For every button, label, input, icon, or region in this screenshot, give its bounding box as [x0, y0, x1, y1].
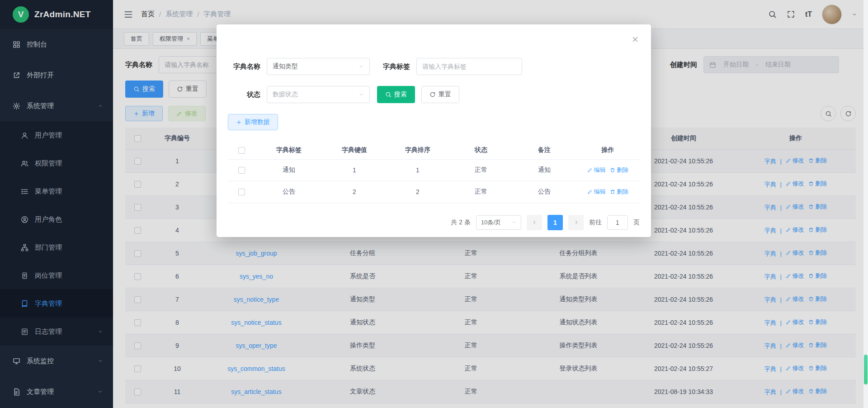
cell-dict-sort: 2	[386, 181, 449, 203]
row-checkbox[interactable]	[238, 167, 245, 174]
search-icon	[385, 91, 392, 98]
status-label: 状态	[228, 90, 267, 99]
chevron-down-icon	[359, 64, 364, 69]
add-data-button[interactable]: 新增数据	[228, 114, 278, 130]
dict-label-label: 字典标签	[370, 62, 416, 71]
trash-icon	[610, 167, 615, 173]
prev-page-button[interactable]	[527, 215, 542, 230]
chevron-down-icon	[359, 92, 364, 97]
col-remark: 备注	[513, 141, 576, 159]
cell-status: 正常	[449, 181, 513, 203]
edit-icon	[587, 167, 593, 173]
row-delete-link[interactable]: 删除	[610, 188, 628, 196]
row-checkbox[interactable]	[238, 189, 245, 195]
col-status: 状态	[449, 141, 513, 159]
col-dict-value: 字典键值	[323, 141, 386, 159]
dialog-search-label: 搜索	[394, 90, 407, 99]
pagination: 共 2 条 10条/页 1 前往 页	[228, 215, 640, 230]
scrollbar-track[interactable]	[863, 0, 868, 408]
dialog-filter-row-2: 状态 数据状态 搜索 重置	[228, 86, 640, 103]
dict-name-select[interactable]: 通知类型	[267, 58, 370, 75]
goto-page-input[interactable]	[607, 215, 628, 230]
scrollbar-thumb[interactable]	[864, 355, 868, 384]
status-select[interactable]: 数据状态	[267, 86, 370, 103]
plus-icon	[236, 119, 242, 125]
dialog-reset-label: 重置	[439, 90, 451, 99]
cell-dict-label: 通知	[255, 159, 323, 181]
pagination-total: 共 2 条	[451, 218, 471, 227]
dialog-filter-row-1: 字典名称 通知类型 字典标签	[228, 58, 640, 75]
delete-link-label: 删除	[617, 166, 628, 174]
close-icon[interactable]	[631, 35, 639, 43]
dialog-table-header-row: 字典标签 字典键值 字典排序 状态 备注 操作	[228, 141, 640, 159]
dialog-table-row: 公告 2 2 正常 公告 编辑 删除	[228, 181, 640, 203]
cell-operations: 编辑 删除	[576, 181, 640, 203]
trash-icon	[610, 189, 615, 195]
edit-icon	[587, 189, 593, 195]
add-data-label: 新增数据	[245, 118, 270, 126]
row-edit-link[interactable]: 编辑	[587, 166, 606, 174]
dialog-reset-button[interactable]: 重置	[421, 86, 459, 103]
dict-data-table: 字典标签 字典键值 字典排序 状态 备注 操作 通知 1 1 正常	[228, 141, 640, 203]
dialog-search-button[interactable]: 搜索	[377, 86, 415, 103]
page-size-select[interactable]: 10条/页	[476, 215, 521, 230]
col-dict-label: 字典标签	[255, 141, 323, 159]
dict-data-dialog: 字典名称 通知类型 字典标签 状态 数据状态 搜索 重置	[217, 24, 651, 237]
edit-link-label: 编辑	[594, 188, 606, 196]
col-operations: 操作	[576, 141, 640, 159]
chevron-left-icon	[532, 219, 538, 225]
goto-label: 前往	[589, 218, 602, 227]
row-delete-link[interactable]: 删除	[610, 166, 628, 174]
cell-dict-value: 2	[323, 181, 386, 203]
cell-remark: 通知	[513, 159, 576, 181]
dict-name-label: 字典名称	[228, 62, 267, 71]
dialog-body: 字典名称 通知类型 字典标签 状态 数据状态 搜索 重置	[217, 24, 651, 230]
row-edit-link[interactable]: 编辑	[587, 188, 606, 196]
refresh-icon	[429, 91, 436, 98]
chevron-down-icon	[511, 220, 516, 225]
cell-operations: 编辑 删除	[576, 159, 640, 181]
cell-remark: 公告	[513, 181, 576, 203]
dialog-table-row: 通知 1 1 正常 通知 编辑 删除	[228, 159, 640, 181]
col-dict-sort: 字典排序	[386, 141, 449, 159]
dialog-toolbar: 新增数据	[228, 114, 640, 130]
next-page-button[interactable]	[568, 215, 584, 230]
cell-dict-sort: 1	[386, 159, 449, 181]
cell-dict-label: 公告	[255, 181, 323, 203]
page-size-value: 10条/页	[481, 218, 501, 227]
select-value: 通知类型	[273, 62, 298, 71]
page-number-button[interactable]: 1	[547, 215, 563, 230]
dict-label-input[interactable]	[416, 58, 522, 75]
select-placeholder: 数据状态	[273, 90, 298, 99]
select-all-checkbox[interactable]	[238, 147, 245, 154]
page-unit-label: 页	[633, 218, 640, 227]
chevron-right-icon	[573, 219, 579, 225]
cell-status: 正常	[449, 159, 513, 181]
delete-link-label: 删除	[617, 188, 628, 196]
edit-link-label: 编辑	[594, 166, 606, 174]
cell-dict-value: 1	[323, 159, 386, 181]
